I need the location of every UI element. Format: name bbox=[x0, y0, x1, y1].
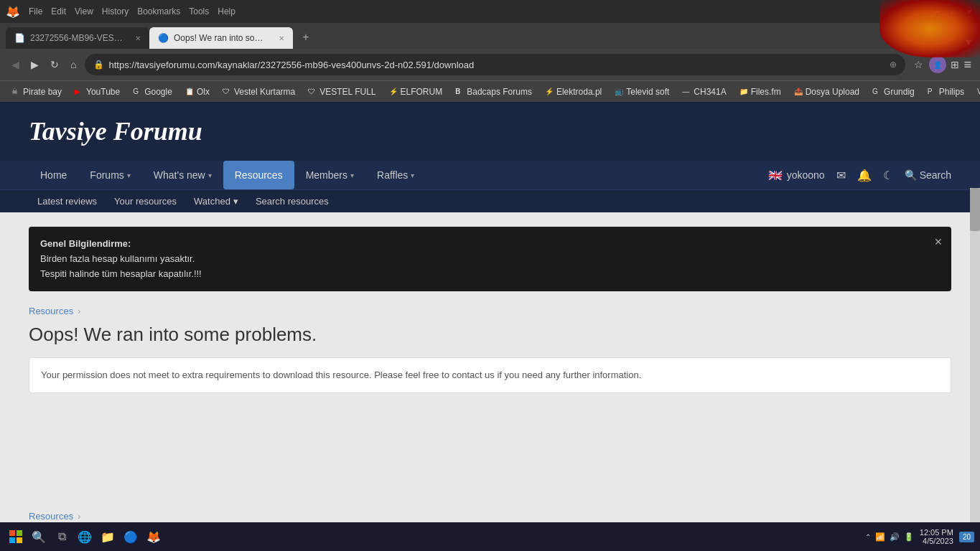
maximize-button[interactable]: □ bbox=[948, 6, 958, 17]
bookmarks-menu[interactable]: Bookmarks bbox=[137, 6, 180, 17]
error-heading: Oops! We ran into some problems. bbox=[29, 324, 951, 346]
members-chevron: ▾ bbox=[350, 171, 354, 179]
bookmark-files-fm[interactable]: 📁 Files.fm bbox=[734, 85, 787, 98]
tab-2[interactable]: 🔵 Oops! We ran into some proble... ✕ bbox=[149, 27, 293, 49]
whats-new-chevron: ▾ bbox=[208, 171, 212, 179]
explorer-taskbar[interactable]: 📁 bbox=[98, 527, 118, 547]
subnav-latest-reviews[interactable]: Latest reviews bbox=[29, 190, 106, 212]
file-menu[interactable]: File bbox=[29, 6, 42, 17]
subnav-search-resources[interactable]: Search resources bbox=[247, 190, 337, 212]
notification-count[interactable]: 20 bbox=[959, 532, 974, 542]
title-bar-left: 🦊 File Edit View History Bookmarks Tools… bbox=[6, 5, 235, 19]
tab-1-label: 23272556-MB96-VES400UNVS-... bbox=[30, 33, 126, 43]
youtube-icon: ▶ bbox=[75, 88, 83, 96]
alert-close-button[interactable]: ✕ bbox=[934, 234, 943, 250]
new-tab-button[interactable]: + bbox=[296, 27, 316, 47]
tab-2-favicon: 🔵 bbox=[158, 33, 168, 43]
address-url: https://tavsiyeforumu.com/kaynaklar/2327… bbox=[108, 60, 885, 70]
search-taskbar[interactable]: 🔍 bbox=[29, 527, 49, 547]
forward-button[interactable]: ▶ bbox=[28, 56, 42, 73]
tab-chevron-down[interactable]: ▾ bbox=[966, 35, 971, 49]
breadcrumb-separator: › bbox=[78, 306, 80, 316]
raffles-chevron: ▾ bbox=[411, 171, 414, 179]
tab-2-close[interactable]: ✕ bbox=[279, 34, 284, 42]
help-menu[interactable]: Help bbox=[218, 6, 235, 17]
watched-chevron: ▾ bbox=[233, 196, 238, 207]
scrollbar[interactable] bbox=[970, 188, 980, 547]
nav-forums[interactable]: Forums ▾ bbox=[78, 161, 141, 189]
bookmark-vestel[interactable]: V VESTEL bbox=[971, 85, 980, 98]
taskbar-right: ⌃ 📶 🔊 🔋 12:05 PM 4/5/2023 20 bbox=[865, 528, 974, 545]
nav-members[interactable]: Members ▾ bbox=[294, 161, 365, 189]
dark-mode-icon[interactable]: ☾ bbox=[883, 169, 893, 182]
subnav-your-resources[interactable]: Your resources bbox=[106, 190, 185, 212]
extensions-icon[interactable]: ⊞ bbox=[951, 59, 959, 70]
svg-rect-0 bbox=[9, 530, 15, 536]
bottom-breadcrumb-resources[interactable]: Resources bbox=[29, 511, 73, 522]
bookmark-star[interactable]: ☆ bbox=[914, 59, 923, 70]
piratebay-icon: ☠ bbox=[11, 88, 20, 96]
site-header: Tavsiye Forumu bbox=[0, 102, 980, 161]
firefox-menu-icon[interactable]: 🦊 bbox=[6, 5, 20, 19]
files-fm-icon: 📁 bbox=[739, 88, 748, 96]
close-button[interactable]: ✕ bbox=[964, 6, 974, 17]
address-input-wrap[interactable]: 🔒 https://tavsiyeforumu.com/kaynaklar/23… bbox=[85, 54, 905, 75]
bookmark-ch341a[interactable]: — CH341A bbox=[676, 85, 732, 98]
view-menu[interactable]: View bbox=[75, 6, 93, 17]
bookmark-televid[interactable]: 📺 Televid soft bbox=[609, 85, 675, 98]
nav-raffles[interactable]: Raffles ▾ bbox=[365, 161, 426, 189]
bookmark-elforum[interactable]: ⚡ ELFORUM bbox=[383, 85, 449, 98]
firefox-taskbar[interactable]: 🦊 bbox=[144, 527, 164, 547]
bookmark-badcaps[interactable]: B Badcaps Forums bbox=[449, 85, 538, 98]
nav-resources[interactable]: Resources bbox=[223, 161, 294, 189]
bookmark-vestel-full[interactable]: 🛡 VESTEL FULL bbox=[302, 85, 381, 98]
taskbar-left: 🔍 ⧉ 🌐 📁 🔵 🦊 bbox=[6, 527, 164, 547]
bookmark-dosya-upload[interactable]: 📤 Dosya Upload bbox=[788, 85, 865, 98]
edit-menu[interactable]: Edit bbox=[51, 6, 66, 17]
minimize-button[interactable]: ─ bbox=[933, 6, 943, 17]
bookmark-youtube[interactable]: ▶ YouTube bbox=[69, 85, 126, 98]
start-button[interactable] bbox=[6, 527, 26, 547]
subnav-watched[interactable]: Watched ▾ bbox=[185, 190, 247, 212]
bookmark-olx[interactable]: 📋 Olx bbox=[179, 85, 215, 98]
scrollbar-thumb[interactable] bbox=[970, 188, 980, 231]
history-menu[interactable]: History bbox=[102, 6, 129, 17]
reload-button[interactable]: ↻ bbox=[47, 56, 62, 73]
back-button[interactable]: ◀ bbox=[9, 56, 22, 73]
bookmark-piratebay[interactable]: ☠ Pirate bay bbox=[6, 85, 67, 98]
search-label: Search bbox=[920, 169, 951, 181]
bookmark-vestel-kurtarma[interactable]: 🛡 Vestel Kurtarma bbox=[217, 85, 301, 98]
tab-1-close[interactable]: ✕ bbox=[135, 34, 141, 42]
messages-icon[interactable]: ✉ bbox=[836, 169, 846, 182]
tab-1[interactable]: 📄 23272556-MB96-VES400UNVS-... ✕ bbox=[6, 27, 149, 49]
firefox-menu-btn[interactable]: ≡ bbox=[963, 57, 971, 72]
tools-menu[interactable]: Tools bbox=[189, 6, 209, 17]
taskbar-clock[interactable]: 12:05 PM 4/5/2023 bbox=[920, 528, 953, 545]
nav-username: yokoono bbox=[787, 169, 825, 181]
task-view[interactable]: ⧉ bbox=[52, 527, 72, 547]
notifications-icon[interactable]: 🔔 bbox=[857, 169, 872, 182]
site-logo[interactable]: Tavsiye Forumu bbox=[29, 116, 951, 146]
bookmark-elektroda[interactable]: ⚡ Elektroda.pl bbox=[539, 85, 607, 98]
breadcrumb: Resources › bbox=[29, 306, 951, 316]
chrome-taskbar[interactable]: 🔵 bbox=[121, 527, 141, 547]
tabs-bar: 📄 23272556-MB96-VES400UNVS-... ✕ 🔵 Oops!… bbox=[0, 23, 980, 49]
badcaps-icon: B bbox=[455, 88, 464, 96]
home-button[interactable]: ⌂ bbox=[67, 56, 79, 73]
vestel-icon: V bbox=[977, 88, 980, 96]
search-button[interactable]: 🔍 Search bbox=[905, 169, 951, 181]
dosya-icon: 📤 bbox=[794, 88, 803, 96]
secure-icon: 🔒 bbox=[93, 60, 104, 70]
tray-up-arrow[interactable]: ⌃ bbox=[865, 533, 871, 541]
edge-taskbar[interactable]: 🌐 bbox=[75, 527, 95, 547]
profile-icon[interactable]: 👤 bbox=[929, 56, 946, 73]
bookmark-google[interactable]: G Google bbox=[127, 85, 178, 98]
svg-rect-2 bbox=[9, 537, 15, 543]
nav-home[interactable]: Home bbox=[29, 161, 78, 189]
breadcrumb-resources[interactable]: Resources bbox=[29, 306, 73, 316]
bookmark-grundig[interactable]: G Grundig bbox=[867, 85, 920, 98]
nav-whats-new[interactable]: What's new ▾ bbox=[142, 161, 223, 189]
nav-user[interactable]: 🇬🇧 yokoono bbox=[768, 169, 825, 182]
bookmark-philips[interactable]: P Philips bbox=[922, 85, 970, 98]
taskbar: 🔍 ⧉ 🌐 📁 🔵 🦊 ⌃ 📶 🔊 🔋 12:05 PM 4/5/2023 20 bbox=[0, 522, 980, 551]
